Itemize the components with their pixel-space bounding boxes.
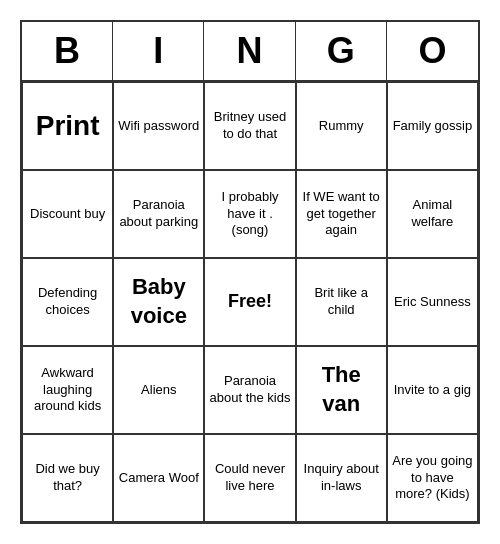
- bingo-cell-r1-c1[interactable]: Paranoia about parking: [113, 170, 204, 258]
- bingo-cell-r4-c1[interactable]: Camera Woof: [113, 434, 204, 522]
- bingo-cell-r4-c3[interactable]: Inquiry about in-laws: [296, 434, 387, 522]
- bingo-cell-r3-c4[interactable]: Invite to a gig: [387, 346, 478, 434]
- bingo-card: BINGO PrintWifi passwordBritney used to …: [20, 20, 480, 524]
- bingo-letter-g: G: [296, 22, 387, 80]
- bingo-cell-r4-c2[interactable]: Could never live here: [204, 434, 295, 522]
- bingo-cell-r2-c4[interactable]: Eric Sunness: [387, 258, 478, 346]
- bingo-cell-r0-c4[interactable]: Family gossip: [387, 82, 478, 170]
- bingo-cell-r3-c0[interactable]: Awkward laughing around kids: [22, 346, 113, 434]
- bingo-cell-r2-c2[interactable]: Free!: [204, 258, 295, 346]
- bingo-cell-r1-c2[interactable]: I probably have it . (song): [204, 170, 295, 258]
- bingo-cell-r0-c2[interactable]: Britney used to do that: [204, 82, 295, 170]
- bingo-cell-r0-c1[interactable]: Wifi password: [113, 82, 204, 170]
- bingo-cell-r1-c4[interactable]: Animal welfare: [387, 170, 478, 258]
- bingo-cell-r2-c3[interactable]: Brit like a child: [296, 258, 387, 346]
- bingo-letter-i: I: [113, 22, 204, 80]
- bingo-cell-r0-c0[interactable]: Print: [22, 82, 113, 170]
- bingo-header: BINGO: [22, 22, 478, 82]
- bingo-cell-r1-c0[interactable]: Discount buy: [22, 170, 113, 258]
- bingo-cell-r0-c3[interactable]: Rummy: [296, 82, 387, 170]
- bingo-cell-r4-c0[interactable]: Did we buy that?: [22, 434, 113, 522]
- bingo-letter-o: O: [387, 22, 478, 80]
- bingo-cell-r2-c0[interactable]: Defending choices: [22, 258, 113, 346]
- bingo-cell-r3-c1[interactable]: Aliens: [113, 346, 204, 434]
- bingo-cell-r2-c1[interactable]: Baby voice: [113, 258, 204, 346]
- bingo-cell-r4-c4[interactable]: Are you going to have more? (Kids): [387, 434, 478, 522]
- bingo-letter-b: B: [22, 22, 113, 80]
- bingo-cell-r3-c3[interactable]: The van: [296, 346, 387, 434]
- bingo-grid: PrintWifi passwordBritney used to do tha…: [22, 82, 478, 522]
- bingo-cell-r3-c2[interactable]: Paranoia about the kids: [204, 346, 295, 434]
- bingo-cell-r1-c3[interactable]: If WE want to get together again: [296, 170, 387, 258]
- bingo-letter-n: N: [204, 22, 295, 80]
